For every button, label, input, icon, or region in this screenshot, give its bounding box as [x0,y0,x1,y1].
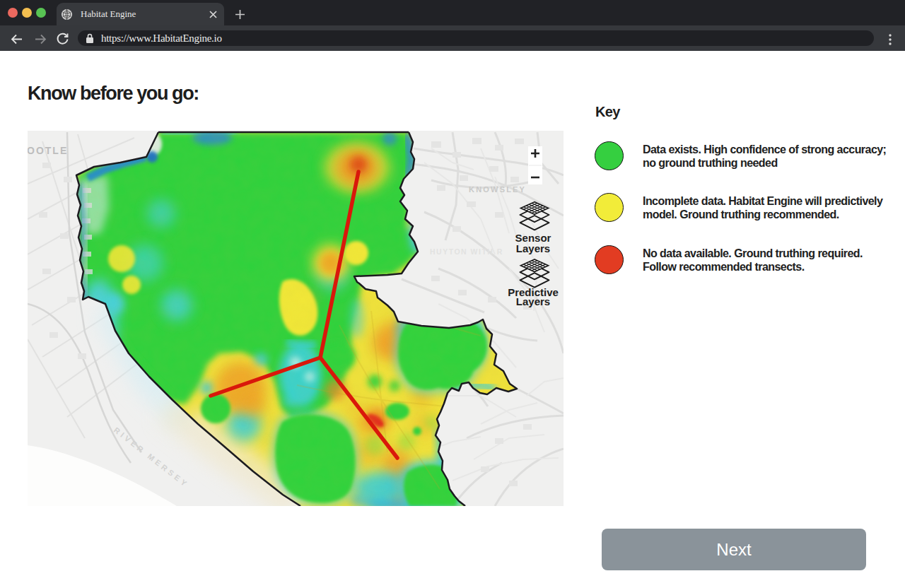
svg-text:Layers: Layers [516,242,550,254]
svg-text:KNOWSLEY: KNOWSLEY [469,185,526,194]
svg-text:Layers: Layers [516,295,550,307]
svg-text:OOTLE: OOTLE [28,145,68,156]
svg-text:HUYTON WITH R: HUYTON WITH R [430,247,503,256]
